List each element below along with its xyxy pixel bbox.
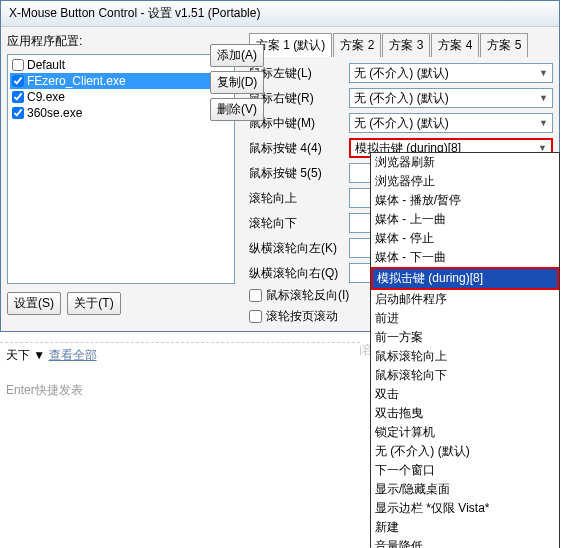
side-buttons: 添加(A) 复制(D) 删除(V) (210, 44, 264, 121)
mapping-label: 纵横滚轮向右(Q) (249, 265, 345, 282)
mapping-label: 滚轮向下 (249, 215, 345, 232)
page-scroll-label: 滚轮按页滚动 (266, 308, 338, 325)
reverse-wheel-label: 鼠标滚轮反向(I) (266, 287, 349, 304)
dropdown-item[interactable]: 显示边栏 *仅限 Vista* (371, 499, 559, 518)
chevron-down-icon: ▼ (539, 118, 548, 128)
profile-label: Default (27, 58, 65, 72)
dropdown-item[interactable]: 双击拖曳 (371, 404, 559, 423)
mapping-row: 鼠标右键(R)无 (不介入) (默认)▼ (249, 88, 553, 108)
mapping-combo[interactable]: 无 (不介入) (默认)▼ (349, 88, 553, 108)
tab-scheme-4[interactable]: 方案 4 (431, 33, 479, 57)
left-panel: 应用程序配置: Default FEzero_Client.exe C9.exe… (7, 33, 235, 325)
dropdown-item[interactable]: 锁定计算机 (371, 423, 559, 442)
profile-checkbox[interactable] (12, 59, 24, 71)
reverse-wheel-checkbox[interactable] (249, 289, 262, 302)
mapping-combo[interactable]: 无 (不介入) (默认)▼ (349, 113, 553, 133)
list-item[interactable]: C9.exe (10, 89, 232, 105)
dropdown-item[interactable]: 媒体 - 停止 (371, 229, 559, 248)
about-button[interactable]: 关于(T) (67, 292, 121, 315)
list-item[interactable]: FEzero_Client.exe (10, 73, 232, 89)
dropdown-item[interactable]: 显示/隐藏桌面 (371, 480, 559, 499)
dropdown-item[interactable]: 浏览器刷新 (371, 153, 559, 172)
dropdown-item[interactable]: 前一方案 (371, 328, 559, 347)
mapping-label: 鼠标按键 5(5) (249, 165, 345, 182)
list-item[interactable]: Default (10, 57, 232, 73)
delete-button[interactable]: 删除(V) (210, 98, 264, 121)
tab-bar: 方案 1 (默认) 方案 2 方案 3 方案 4 方案 5 (249, 33, 553, 57)
view-all-link[interactable]: 查看全部 (49, 348, 97, 362)
page-scroll-checkbox[interactable] (249, 310, 262, 323)
combo-value: 无 (不介入) (默认) (354, 115, 449, 132)
action-dropdown-list[interactable]: 浏览器刷新浏览器停止媒体 - 播放/暂停媒体 - 上一曲媒体 - 停止媒体 - … (370, 152, 560, 548)
add-button[interactable]: 添加(A) (210, 44, 264, 67)
enter-hint: Enter快捷发表 (6, 382, 354, 399)
profile-checkbox[interactable] (12, 75, 24, 87)
chevron-down-icon: ▼ (539, 93, 548, 103)
nav-label[interactable]: 天下 ▼ (6, 348, 45, 362)
mapping-label: 鼠标按键 4(4) (249, 140, 345, 157)
settings-button[interactable]: 设置(S) (7, 292, 61, 315)
dropdown-item[interactable]: 鼠标滚轮向上 (371, 347, 559, 366)
profile-list[interactable]: Default FEzero_Client.exe C9.exe 360se.e… (7, 54, 235, 284)
mapping-row: 鼠标中键(M)无 (不介入) (默认)▼ (249, 113, 553, 133)
profile-label: 360se.exe (27, 106, 82, 120)
tab-scheme-2[interactable]: 方案 2 (333, 33, 381, 57)
dropdown-item[interactable]: 无 (不介入) (默认) (371, 442, 559, 461)
mapping-combo[interactable]: 无 (不介入) (默认)▼ (349, 63, 553, 83)
list-item[interactable]: 360se.exe (10, 105, 232, 121)
mapping-row: 鼠标左键(L)无 (不介入) (默认)▼ (249, 63, 553, 83)
dropdown-item[interactable]: 鼠标滚轮向下 (371, 366, 559, 385)
dropdown-item[interactable]: 媒体 - 上一曲 (371, 210, 559, 229)
mapping-label: 滚轮向上 (249, 190, 345, 207)
dropdown-item[interactable]: 音量降低 (371, 537, 559, 548)
combo-value: 无 (不介入) (默认) (354, 90, 449, 107)
profile-checkbox[interactable] (12, 107, 24, 119)
dropdown-item[interactable]: 媒体 - 播放/暂停 (371, 191, 559, 210)
tab-scheme-5[interactable]: 方案 5 (480, 33, 528, 57)
dropdown-item[interactable]: 双击 (371, 385, 559, 404)
dropdown-item[interactable]: 启动邮件程序 (371, 290, 559, 309)
dropdown-item[interactable]: 前进 (371, 309, 559, 328)
title-bar: X-Mouse Button Control - 设置 v1.51 (Porta… (1, 1, 559, 27)
page-below: 天下 ▼ 查看全部 Enter快捷发表 (0, 342, 360, 403)
tab-scheme-3[interactable]: 方案 3 (382, 33, 430, 57)
combo-value: 无 (不介入) (默认) (354, 65, 449, 82)
chevron-down-icon: ▼ (539, 68, 548, 78)
profile-label: FEzero_Client.exe (27, 74, 126, 88)
profile-label: C9.exe (27, 90, 65, 104)
mapping-label: 纵横滚轮向左(K) (249, 240, 345, 257)
dropdown-item[interactable]: 浏览器停止 (371, 172, 559, 191)
app-config-label: 应用程序配置: (7, 33, 235, 50)
dropdown-item[interactable]: 下一个窗口 (371, 461, 559, 480)
dropdown-item[interactable]: 新建 (371, 518, 559, 537)
window-title: X-Mouse Button Control - 设置 v1.51 (Porta… (9, 6, 260, 20)
dropdown-item[interactable]: 模拟击键 (during)[8] (371, 267, 559, 290)
copy-button[interactable]: 复制(D) (210, 71, 264, 94)
profile-checkbox[interactable] (12, 91, 24, 103)
dropdown-item[interactable]: 媒体 - 下一曲 (371, 248, 559, 267)
